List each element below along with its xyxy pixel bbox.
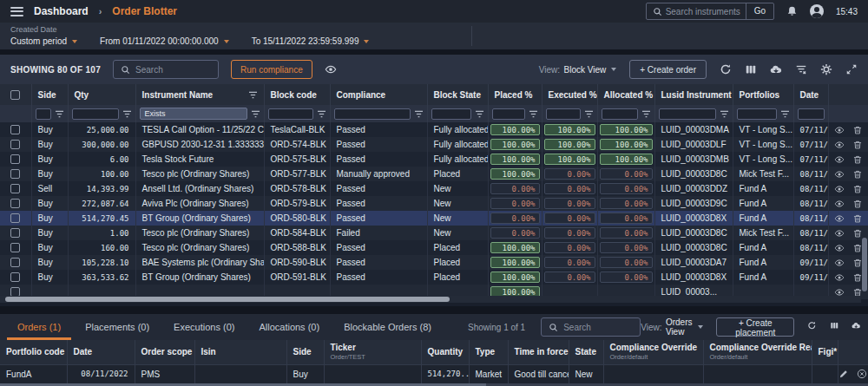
vertical-scrollbar[interactable] [862, 123, 867, 296]
run-compliance-button[interactable]: Run compliance [231, 60, 312, 79]
create-order-button[interactable]: + Create order [629, 60, 707, 79]
notifications-bell-icon[interactable] [786, 5, 798, 17]
column-header-side[interactable]: Side [31, 84, 68, 105]
table-row[interactable]: Buy363,533.62BT Group (Ordinary Shares)O… [0, 270, 868, 285]
filter-funnel-icon[interactable] [475, 110, 484, 118]
filter-funnel-icon[interactable] [251, 110, 260, 118]
detail-search-input[interactable] [563, 323, 633, 332]
table-row[interactable]: Buy160.00Tesco plc (Ordinary Shares)ORD-… [0, 240, 868, 255]
select-all-checkbox[interactable] [10, 90, 20, 100]
delete-row-trash-icon[interactable] [852, 140, 863, 150]
delete-row-trash-icon[interactable] [852, 213, 863, 224]
period-dropdown[interactable]: Custom period [10, 36, 77, 46]
lusid-instrument-id-link[interactable]: LUID_00003DDZ [654, 181, 733, 196]
vertical-scrollbar-thumb[interactable] [862, 238, 867, 291]
hamburger-menu-icon[interactable] [10, 7, 23, 16]
filter-funnel-icon[interactable] [317, 110, 326, 118]
lusid-instrument-id-link[interactable]: LUID_00003D8X [654, 211, 733, 226]
tab-placements-0-[interactable]: Placements (0) [73, 314, 161, 340]
from-date-dropdown[interactable]: From 01/11/2022 00:00:00.000 [100, 36, 229, 46]
to-date-dropdown[interactable]: To 15/11/2022 23:59:59.999 [252, 36, 370, 46]
table-row[interactable]: Buy272,087.64Aviva Plc (Ordinary Shares)… [0, 196, 868, 211]
column-header-block-code[interactable]: Block code [264, 84, 330, 105]
column-filter-input[interactable] [36, 108, 51, 120]
block-code-link[interactable]: ORD-579-BLK [264, 196, 330, 211]
delete-row-trash-icon[interactable] [852, 258, 863, 268]
view-row-eye-icon[interactable] [834, 140, 845, 150]
refresh-icon[interactable] [807, 321, 817, 333]
column-header-type[interactable]: Type [469, 340, 508, 364]
row-checkbox[interactable] [10, 213, 20, 223]
column-filter-input[interactable] [334, 108, 411, 120]
view-row-eye-icon[interactable] [834, 243, 845, 253]
column-filter-input[interactable] [72, 108, 119, 120]
lusid-instrument-id-link[interactable]: LUID_00003DA7 [654, 255, 733, 270]
row-checkbox[interactable] [10, 199, 20, 208]
view-row-eye-icon[interactable] [834, 272, 845, 283]
view-row-eye-icon[interactable] [834, 258, 845, 268]
column-header-date[interactable]: Date [793, 84, 828, 105]
horizontal-scrollbar[interactable] [0, 296, 861, 303]
column-header-lusid-instrument-id-[interactable]: Lusid Instrument ID* [654, 84, 733, 105]
instrument-filter-value[interactable]: Exists [140, 108, 247, 120]
blotter-search-input[interactable] [135, 65, 205, 75]
clear-filters-icon[interactable] [795, 63, 807, 75]
column-header-executed-[interactable]: Executed % [542, 84, 597, 105]
column-filter-input[interactable] [492, 108, 525, 120]
column-header-compliance-override-reason[interactable]: Compliance Override ReasonOrder/default [703, 340, 812, 364]
create-placement-button[interactable]: + Create placement [716, 317, 794, 337]
column-header-compliance-override[interactable]: Compliance OverrideOrder/default [603, 340, 703, 364]
row-checkbox[interactable] [10, 228, 20, 238]
refresh-icon[interactable] [720, 63, 732, 75]
expand-fullscreen-icon[interactable] [845, 63, 858, 75]
filter-funnel-icon[interactable] [122, 110, 132, 118]
column-filter-input[interactable] [659, 108, 716, 120]
tab-blockable-orders-8-[interactable]: Blockable Orders (8) [332, 314, 444, 340]
lusid-instrument-id-link[interactable]: LUID_00003DLF [654, 137, 733, 152]
column-header-placed-[interactable]: Placed % [488, 84, 542, 105]
column-header-block-state[interactable]: Block State [427, 84, 488, 105]
export-cloud-icon[interactable] [770, 63, 782, 75]
block-code-link[interactable]: ORD-577-BLK [264, 167, 330, 181]
column-header-figi-[interactable]: Figi* [812, 340, 838, 364]
block-code-link[interactable]: ORD-584-BLK [264, 226, 330, 240]
block-code-link[interactable]: ORD-578-BLK [264, 181, 330, 196]
go-button[interactable]: Go [746, 3, 773, 19]
view-row-eye-icon[interactable] [834, 184, 845, 194]
table-row[interactable]: Buy1.00Tesco plc (Ordinary Shares)ORD-58… [0, 226, 868, 240]
row-checkbox[interactable] [10, 184, 20, 193]
instrument-search-input[interactable] [666, 7, 746, 16]
filter-funnel-icon[interactable] [584, 110, 594, 118]
column-filter-input[interactable] [431, 108, 471, 120]
lusid-instrument-id-link[interactable]: LUID_00003D9C [654, 196, 733, 211]
tab-orders-1-[interactable]: Orders (1) [5, 314, 73, 340]
delete-row-trash-icon[interactable] [852, 154, 863, 165]
row-checkbox[interactable] [10, 272, 20, 282]
table-row[interactable]: Buy100.00Tesco plc (Ordinary Shares)ORD-… [0, 167, 868, 181]
view-row-eye-icon[interactable] [834, 199, 845, 209]
column-header-portfolios[interactable]: Portfolios [733, 84, 793, 105]
column-header-ticker[interactable]: TickerOrder/TEST [324, 340, 421, 364]
delete-row-trash-icon[interactable] [852, 243, 863, 253]
block-code-link[interactable]: ORD-574-BLK [264, 137, 330, 152]
block-code-link[interactable]: ORD-575-BLK [264, 152, 330, 167]
order-detail-row[interactable]: FundA08/11/2022PMSBuy514,270...MarketGoo… [0, 364, 868, 383]
column-header-order-scope[interactable]: Order scope [135, 340, 194, 364]
column-header-quantity[interactable]: Quantity [421, 340, 469, 364]
row-checkbox[interactable] [10, 258, 20, 267]
breadcrumb-dashboard[interactable]: Dashboard [34, 5, 89, 17]
column-header-time-in-force[interactable]: Time in force [508, 340, 569, 364]
block-code-link[interactable]: ORD-588-BLK [264, 240, 330, 255]
edit-order-pencil-icon[interactable] [838, 369, 849, 379]
filter-funnel-icon[interactable] [414, 110, 424, 118]
column-header-state[interactable]: State [569, 340, 603, 364]
row-checkbox[interactable] [10, 140, 20, 149]
delete-row-trash-icon[interactable] [852, 184, 863, 194]
horizontal-scrollbar-thumb[interactable] [5, 297, 450, 302]
delete-row-trash-icon[interactable] [852, 169, 863, 180]
tab-executions-0-[interactable]: Executions (0) [161, 314, 247, 340]
visibility-eye-icon[interactable] [325, 63, 337, 75]
view-row-eye-icon[interactable] [834, 169, 845, 180]
table-row[interactable]: Buy6.00Tesla Stock FutureORD-575-BLKPass… [0, 152, 868, 167]
column-header-qty[interactable]: Qty [68, 84, 135, 105]
